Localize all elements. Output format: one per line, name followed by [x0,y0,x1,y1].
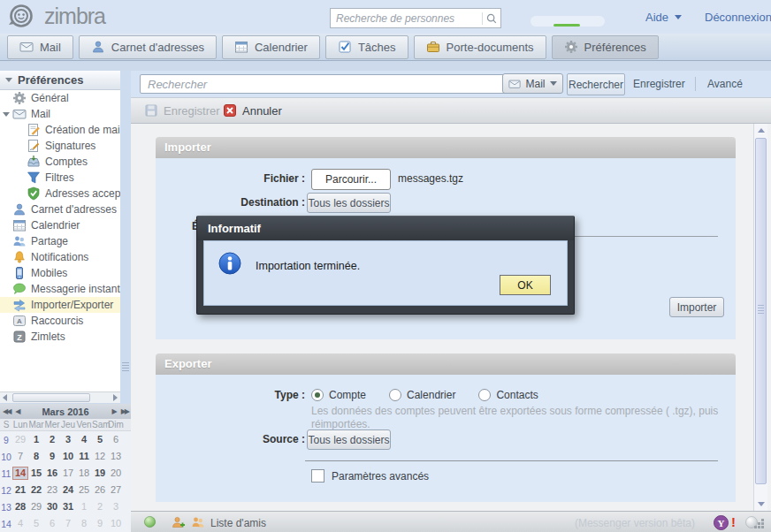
expander-icon[interactable] [3,112,10,117]
sidebar-item-calendrier[interactable]: Calendrier [0,217,120,233]
calendar-day[interactable]: 23 [44,483,60,497]
sidebar-item-mail[interactable]: Mail [0,106,120,122]
calendar-day[interactable]: 31 [60,500,76,513]
calendar-day[interactable]: 27 [108,483,124,497]
calendar-day[interactable]: 5 [28,517,44,530]
calendar-day[interactable]: 9 [44,450,60,463]
calendar-day[interactable]: 29 [28,500,44,513]
calendar-day[interactable]: 5 [92,433,108,446]
search-input[interactable] [140,74,509,94]
sidebar-item-carnet-d-adresses[interactable]: Carnet d'adresses [0,201,120,217]
calendar-day[interactable]: 1 [76,500,92,513]
friends-list-icon[interactable] [191,515,205,529]
hscroll-thumb[interactable] [12,393,90,402]
people-search-input[interactable] [331,12,482,25]
browse-button[interactable]: Parcourir... [311,169,391,190]
calendar-day[interactable]: 1 [28,433,44,446]
tab-taches[interactable]: Tâches [325,35,408,59]
cancel-button[interactable]: Annuler [223,98,282,123]
calendar-day[interactable]: 4 [12,517,28,530]
calendar-day[interactable]: 11 [76,450,92,463]
next-month-button[interactable]: ▶ [110,407,118,415]
calendar-day[interactable]: 9 [92,517,108,530]
import-button[interactable]: Importer [669,297,724,317]
calendar-day[interactable]: 2 [92,500,108,513]
radio-option-contacts[interactable]: Contacts [478,389,538,401]
calendar-day[interactable]: 7 [60,517,76,530]
calendar-day[interactable]: 19 [92,467,108,480]
sidebar-item-partage[interactable]: Partage [0,233,120,249]
calendar-day[interactable]: 6 [44,517,60,530]
logout-link[interactable]: Déconnexion [705,11,771,24]
sidebar-item-zimlets[interactable]: ZZimlets [0,329,120,345]
calendar-day[interactable]: 15 [28,467,44,480]
calendar-day[interactable]: 12 [92,450,108,463]
calendar-day[interactable]: 3 [108,500,124,513]
sidebar-item-creation-de-mail[interactable]: Création de mail [0,122,120,138]
add-friend-icon[interactable] [172,515,186,529]
search-button[interactable]: Rechercher [567,73,625,95]
tab-preferences[interactable]: Préférences [552,35,659,59]
dialog-title[interactable]: Informatif [197,217,574,240]
sidebar-hscrollbar[interactable] [0,391,120,403]
presence-online-icon[interactable] [143,515,157,529]
scroll-right-icon[interactable] [113,394,118,401]
calendar-day[interactable]: 18 [76,467,92,480]
sidebar-item-general[interactable]: Général [0,90,120,106]
calendar-day[interactable]: 20 [108,467,124,480]
friends-list-label[interactable]: Liste d'amis [210,517,266,529]
scroll-left-icon[interactable] [3,394,7,401]
calendar-day[interactable]: 21 [12,483,28,497]
calendar-day[interactable]: 7 [12,450,28,463]
radio-option-compte[interactable]: Compte [311,389,366,401]
prev-month-button[interactable]: ◀ [12,407,21,415]
calendar-day[interactable]: 8 [76,517,92,530]
vscroll-thumb[interactable] [755,138,767,484]
calendar-day[interactable]: 25 [76,483,92,497]
calendar-day[interactable]: 10 [108,517,124,530]
save-search-button[interactable]: Enregistrer [633,78,685,90]
tab-mail[interactable]: Mail [7,35,73,59]
sidebar-item-messagerie-instantanee[interactable]: Messagerie instantanée [0,281,120,297]
calendar-day[interactable]: 2 [44,433,60,446]
sidebar-item-raccourcis[interactable]: ARaccourcis [0,313,120,329]
radio-option-calendrier[interactable]: Calendrier [389,389,455,401]
calendar-day-selected[interactable]: 14 [12,467,28,480]
prev-year-button[interactable]: ◀◀ [0,407,12,415]
status-sphere-icon[interactable] [744,515,759,529]
sidebar-item-signatures[interactable]: Signatures [0,138,120,154]
source-folder-button[interactable]: Tous les dossiers [307,429,391,450]
tab-porte-documents[interactable]: Porte-documents [414,35,546,59]
search-icon[interactable] [482,12,500,25]
sidebar-item-mobiles[interactable]: Mobiles [0,265,120,281]
sidebar-item-importer-exporter[interactable]: Importer/Exporter [0,297,120,313]
save-button[interactable]: Enregistrer [144,98,220,123]
calendar-day[interactable]: 28 [12,500,28,513]
calendar-day[interactable]: 17 [60,467,76,480]
tab-carnet-d-adresses[interactable]: Carnet d'adresses [79,35,217,59]
search-scope-button[interactable]: Mail [502,73,563,94]
calendar-day[interactable]: 10 [60,450,76,463]
scroll-down-icon[interactable] [758,502,765,506]
destination-folder-button[interactable]: Tous les dossiers [307,193,391,213]
sidebar-item-comptes[interactable]: Comptes [0,154,120,170]
help-menu[interactable]: Aide [645,11,682,24]
advanced-search-button[interactable]: Avancé [707,78,743,90]
content-vscrollbar[interactable] [753,124,767,511]
calendar-day[interactable]: 30 [44,500,60,513]
calendar-day[interactable]: 26 [92,483,108,497]
calendar-day[interactable]: 13 [108,450,124,463]
calendar-day[interactable]: 16 [44,467,60,480]
calendar-day[interactable]: 8 [28,450,44,463]
sidebar-item-notifications[interactable]: Notifications [0,249,120,265]
calendar-day[interactable]: 3 [60,433,76,446]
radio-icon[interactable] [389,389,401,401]
scroll-up-icon[interactable] [758,128,765,133]
ok-button[interactable]: OK [500,275,551,295]
calendar-day[interactable]: 22 [28,483,44,497]
resize-grip-icon[interactable] [761,519,764,521]
advanced-settings-checkbox[interactable] [311,469,324,483]
next-year-button[interactable]: ▶▶ [118,407,131,415]
calendar-day[interactable]: 24 [60,483,76,497]
sidebar-header[interactable]: Préférences [0,71,120,90]
